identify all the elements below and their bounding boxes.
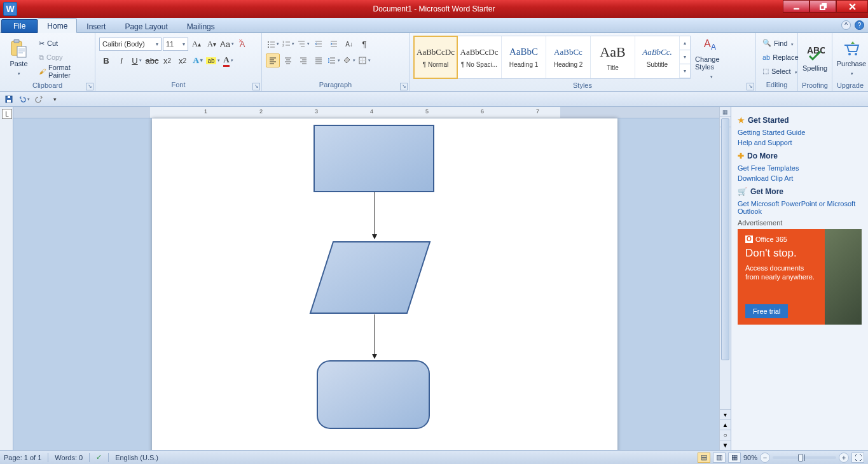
scroll-thumb[interactable] [721,118,729,360]
bullets-button[interactable] [266,37,280,51]
copy-button[interactable]: ⧉Copy [36,51,91,64]
zoom-slider[interactable] [773,456,836,459]
superscript-button[interactable]: x2 [176,53,189,67]
flowchart-rectangle[interactable] [313,125,434,192]
next-page-icon[interactable]: ▼ [720,440,731,450]
tab-page-layout[interactable]: Page Layout [115,19,177,33]
prev-page-icon[interactable]: ▲ [720,419,731,430]
flowchart-parallelogram[interactable] [309,241,431,314]
maximize-button[interactable] [809,0,836,13]
shrink-font-button[interactable]: A▾ [205,37,219,51]
ad-cta-button[interactable]: Free trial [745,304,788,318]
spelling-button[interactable]: ABC Spelling [802,34,828,80]
zoom-out-button[interactable]: − [760,453,770,463]
font-launcher-icon[interactable]: ↘ [252,83,260,90]
tab-mailings[interactable]: Mailings [177,19,224,33]
align-center-button[interactable] [281,53,295,67]
highlight-button[interactable]: ab [206,53,220,67]
change-styles-button[interactable]: AA Change Styles [694,34,727,80]
minimize-ribbon-icon[interactable]: ^ [841,20,851,30]
grow-font-button[interactable]: A▴ [189,37,203,51]
clipboard-launcher-icon[interactable]: ↘ [86,83,93,90]
link-help-support[interactable]: Help and Support [738,137,862,148]
clear-formatting-button[interactable]: A✕ [235,37,249,51]
align-right-button[interactable] [296,53,310,67]
shading-button[interactable] [342,53,356,67]
tab-insert[interactable]: Insert [77,19,115,33]
cut-button[interactable]: ✂Cut [36,37,91,50]
undo-button[interactable] [18,93,31,106]
print-layout-view-button[interactable]: ▤ [698,453,710,463]
qat-customize-button[interactable]: ▾ [48,93,61,106]
multilevel-button[interactable] [296,37,310,51]
show-marks-button[interactable]: ¶ [357,37,371,51]
zoom-level[interactable]: 90% [743,454,757,461]
justify-button[interactable] [312,53,326,67]
redo-button[interactable] [33,93,46,106]
proofing-status-icon[interactable]: ✓ [96,453,102,461]
status-language[interactable]: English (U.S.) [115,454,158,461]
help-icon[interactable]: ? [855,20,864,30]
line-spacing-button[interactable] [327,53,341,67]
italic-button[interactable]: I [114,53,128,67]
save-button[interactable] [3,93,15,106]
font-size-combo[interactable]: 11▾ [163,38,188,51]
find-button[interactable]: 🔍Find [760,36,801,50]
text-effects-button[interactable]: A [191,53,205,67]
document-area[interactable]: 1234567 [13,107,719,450]
vertical-scrollbar[interactable]: ▦ ▴ ▾ ▲ ○ ▼ [719,107,731,450]
style-heading-2[interactable]: AaBbCcHeading 2 [546,36,591,78]
borders-button[interactable] [357,53,371,67]
style-normal[interactable]: AaBbCcDc¶ Normal [413,36,458,79]
arrow-connector-1[interactable] [371,192,378,241]
styles-launcher-icon[interactable]: ↘ [747,83,754,90]
font-name-combo[interactable]: Calibri (Body)▾ [99,38,162,51]
purchase-button[interactable]: Purchase [836,34,867,80]
status-words[interactable]: Words: 0 [55,454,83,461]
replace-button[interactable]: abReplace [760,50,801,64]
link-get-office[interactable]: Get Microsoft PowerPoint or Microsoft Ou… [738,199,862,216]
reading-view-button[interactable]: ▥ [713,453,726,463]
bold-button[interactable]: B [99,53,113,67]
subscript-button[interactable]: x2 [160,53,174,67]
scroll-down-icon[interactable]: ▾ [720,409,731,419]
style-gallery-scroll[interactable]: ▴▾▾ [680,36,690,78]
tab-file[interactable]: File [1,19,38,33]
style-heading-1[interactable]: AaBbCHeading 1 [502,36,546,78]
format-painter-button[interactable]: 🖌Format Painter [36,65,91,78]
browse-object-icon[interactable]: ○ [720,430,731,440]
select-button[interactable]: ⬚Select [760,64,801,78]
flowchart-rounded-rect[interactable] [317,360,430,429]
strike-button[interactable]: abc [145,53,159,67]
paste-button[interactable]: Paste [4,34,34,80]
numbering-button[interactable]: 12 [281,37,295,51]
decrease-indent-button[interactable] [312,37,326,51]
increase-indent-button[interactable] [327,37,341,51]
font-color-button[interactable]: A [221,53,235,67]
minimize-button[interactable] [783,0,809,13]
style-title[interactable]: AaBTitle [591,36,635,78]
page[interactable] [152,118,617,450]
link-templates[interactable]: Get Free Templates [738,163,862,173]
web-layout-view-button[interactable]: ▦ [728,453,741,463]
vertical-ruler[interactable] [0,107,13,450]
paragraph-launcher-icon[interactable]: ↘ [400,83,408,90]
underline-button[interactable]: U [130,53,144,67]
style-subtitle[interactable]: AaBbCc.Subtitle [635,36,680,78]
change-case-button[interactable]: Aa [220,37,234,51]
style-no-spacing[interactable]: AaBbCcDc¶ No Spaci... [457,36,502,78]
horizontal-ruler[interactable]: 1234567 [13,107,719,118]
advertisement[interactable]: OOffice 365 Don't stop. Access documents… [738,229,862,325]
align-left-button[interactable] [266,53,280,67]
link-getting-started[interactable]: Getting Started Guide [738,127,862,137]
status-page[interactable]: Page: 1 of 1 [4,454,41,461]
ruler-toggle-icon[interactable]: ▦ [720,107,731,117]
arrow-connector-2[interactable] [371,314,378,360]
sort-button[interactable]: A↓ [342,37,356,51]
tab-home[interactable]: Home [38,18,77,33]
zoom-in-button[interactable]: + [839,453,849,463]
fullscreen-button[interactable]: ⛶ [851,453,864,463]
close-button[interactable] [836,0,868,13]
paste-dropdown-icon[interactable] [17,69,20,76]
link-clipart[interactable]: Download Clip Art [738,173,862,183]
